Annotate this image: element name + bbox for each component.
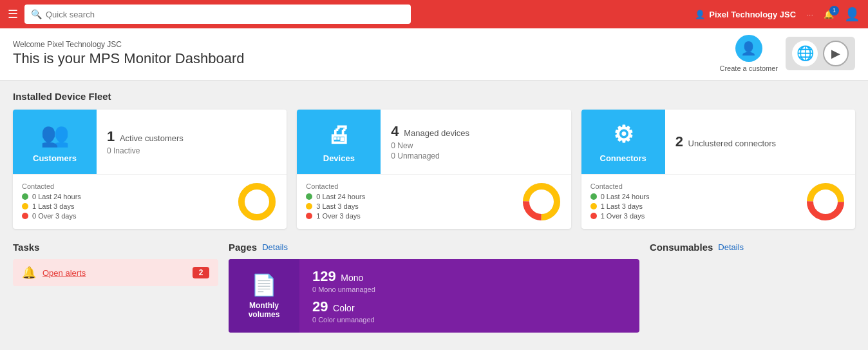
devices-card-top: 🖨 Devices 4 Managed devices 0 New 0 Unma… xyxy=(297,110,571,174)
consumables-section: Consumables Details xyxy=(650,242,855,333)
devices-legend-yellow: 3 Last 3 days xyxy=(306,202,510,210)
customers-sub1: 0 Inactive xyxy=(107,146,276,155)
green-dot xyxy=(590,193,597,200)
customers-contacted-title: Contacted xyxy=(22,182,226,190)
connectors-icon: ⚙ xyxy=(613,121,634,148)
customers-legend: Contacted 0 Last 24 hours 1 Last 3 days … xyxy=(22,182,226,222)
user-icon[interactable]: 👤 xyxy=(844,6,860,22)
open-alerts-link[interactable]: Open alerts xyxy=(42,268,186,278)
page-title: This is your MPS Monitor Dashboard xyxy=(13,50,244,67)
main-content: Installed Device Fleet 👥 Customers 1 Act… xyxy=(0,81,868,343)
connectors-icon-block[interactable]: ⚙ Connectors xyxy=(581,110,665,174)
header-left: Welcome Pixel Technology JSC This is you… xyxy=(13,40,244,67)
customers-count: 1 xyxy=(107,128,115,144)
tasks-section: Tasks 🔔 Open alerts 2 xyxy=(13,242,218,333)
devices-legend: Contacted 0 Last 24 hours 3 Last 3 days … xyxy=(306,182,510,222)
connectors-donut xyxy=(805,181,846,222)
consumables-header: Consumables Details xyxy=(650,242,855,253)
devices-label: Devices xyxy=(323,153,355,163)
monthly-volumes-icon: 📄 xyxy=(251,273,277,297)
devices-sub2: 0 Unmanaged xyxy=(391,151,560,160)
bell-icon[interactable]: 🔔 1 xyxy=(824,10,834,19)
yellow-dot xyxy=(590,203,597,209)
customers-label: Customers xyxy=(33,153,77,163)
green-dot xyxy=(22,193,28,200)
customers-donut xyxy=(236,181,278,222)
yellow-dot xyxy=(22,203,28,209)
mono-count: 129 xyxy=(312,268,336,284)
connectors-stat-label: Unclustered connectors xyxy=(688,139,777,148)
customers-legend-green: 0 Last 24 hours xyxy=(22,193,226,200)
red-dot xyxy=(22,213,28,219)
mono-stat: 129 Mono 0 Mono unmanaged xyxy=(312,268,627,293)
customers-stat-label: Active customers xyxy=(120,133,184,143)
create-customer-button[interactable]: 👤 Create a customer xyxy=(720,35,778,72)
customers-icon-block[interactable]: 👥 Customers xyxy=(13,110,97,174)
devices-icon-block[interactable]: 🖨 Devices xyxy=(297,110,381,174)
connectors-card-top: ⚙ Connectors 2 Unclustered connectors xyxy=(581,110,855,174)
devices-stats: 4 Managed devices 0 New 0 Unmanaged xyxy=(381,110,571,174)
green-dot xyxy=(306,193,312,200)
devices-donut xyxy=(521,181,562,222)
header-right: 👤 Create a customer 🌐 ▶ xyxy=(720,35,855,72)
tasks-header: Tasks xyxy=(13,242,218,253)
create-customer-icon: 👤 xyxy=(735,35,762,62)
customers-card-bottom: Contacted 0 Last 24 hours 1 Last 3 days … xyxy=(13,174,287,229)
logo-icon: 🌐 xyxy=(792,41,818,66)
search-icon: 🔍 xyxy=(31,9,42,19)
top-navigation: ☰ 🔍 👤 Pixel Technology JSC ··· 🔔 1 👤 xyxy=(0,0,868,28)
connectors-count: 2 xyxy=(675,133,683,150)
red-dot xyxy=(306,213,312,219)
devices-legend-green: 0 Last 24 hours xyxy=(306,193,510,200)
connectors-legend-yellow: 1 Last 3 days xyxy=(590,202,795,210)
color-count: 29 xyxy=(312,298,328,315)
page-header: Welcome Pixel Technology JSC This is you… xyxy=(0,28,868,81)
mono-label: Mono xyxy=(341,273,363,283)
customers-card-top: 👥 Customers 1 Active customers 0 Inactiv… xyxy=(13,110,287,174)
pages-left-block: 📄 Monthly volumes xyxy=(229,259,299,333)
connectors-stats: 2 Unclustered connectors xyxy=(665,110,855,174)
color-sub: 0 Color unmanaged xyxy=(312,316,627,324)
fleet-cards: 👥 Customers 1 Active customers 0 Inactiv… xyxy=(13,110,855,229)
alerts-count-badge: 2 xyxy=(193,267,209,278)
pages-section: Pages Details 📄 Monthly volumes 129 Mono… xyxy=(229,242,639,333)
search-input[interactable] xyxy=(46,10,404,19)
company-name: 👤 Pixel Technology JSC xyxy=(695,10,796,19)
nav-divider: ··· xyxy=(806,10,813,19)
pages-header: Pages Details xyxy=(229,242,639,253)
hamburger-menu[interactable]: ☰ xyxy=(8,7,18,21)
connectors-legend-green: 0 Last 24 hours xyxy=(590,193,795,200)
consumables-section-title: Consumables xyxy=(650,242,713,253)
bell-badge: 1 xyxy=(829,6,839,15)
customers-legend-yellow: 1 Last 3 days xyxy=(22,202,226,210)
user-profile-icon: 👤 xyxy=(695,10,705,19)
yellow-dot xyxy=(306,203,312,209)
open-alerts-item: 🔔 Open alerts 2 xyxy=(13,259,218,286)
devices-legend-red: 1 Over 3 days xyxy=(306,212,510,220)
devices-contacted-title: Contacted xyxy=(306,182,510,190)
svg-point-1 xyxy=(241,186,272,217)
alert-icon: 🔔 xyxy=(22,266,36,280)
play-button[interactable]: ▶ xyxy=(823,41,849,66)
mono-sub: 0 Mono unmanaged xyxy=(312,286,627,293)
devices-count: 4 xyxy=(391,123,399,139)
welcome-text: Welcome Pixel Technology JSC xyxy=(13,40,244,49)
color-label: Color xyxy=(333,303,354,313)
create-customer-label: Create a customer xyxy=(720,64,778,72)
pages-details-link[interactable]: Details xyxy=(262,242,288,252)
search-bar: 🔍 xyxy=(24,5,411,24)
connectors-legend: Contacted 0 Last 24 hours 1 Last 3 days … xyxy=(590,182,795,222)
customers-icon: 👥 xyxy=(41,121,70,148)
header-logo-area: 🌐 ▶ xyxy=(786,37,855,70)
devices-icon: 🖨 xyxy=(327,121,350,148)
pages-right-block: 129 Mono 0 Mono unmanaged 29 Color 0 Col… xyxy=(299,259,639,333)
customers-stats: 1 Active customers 0 Inactive xyxy=(97,110,287,174)
red-dot xyxy=(590,213,597,219)
color-stat: 29 Color 0 Color unmanaged xyxy=(312,298,627,324)
connectors-legend-red: 1 Over 3 days xyxy=(590,212,795,220)
customers-legend-red: 0 Over 3 days xyxy=(22,212,226,220)
pages-section-title: Pages xyxy=(229,242,257,253)
tasks-section-title: Tasks xyxy=(13,242,39,253)
consumables-details-link[interactable]: Details xyxy=(718,242,744,252)
bottom-row: Tasks 🔔 Open alerts 2 Pages Details 📄 Mo… xyxy=(13,242,855,333)
